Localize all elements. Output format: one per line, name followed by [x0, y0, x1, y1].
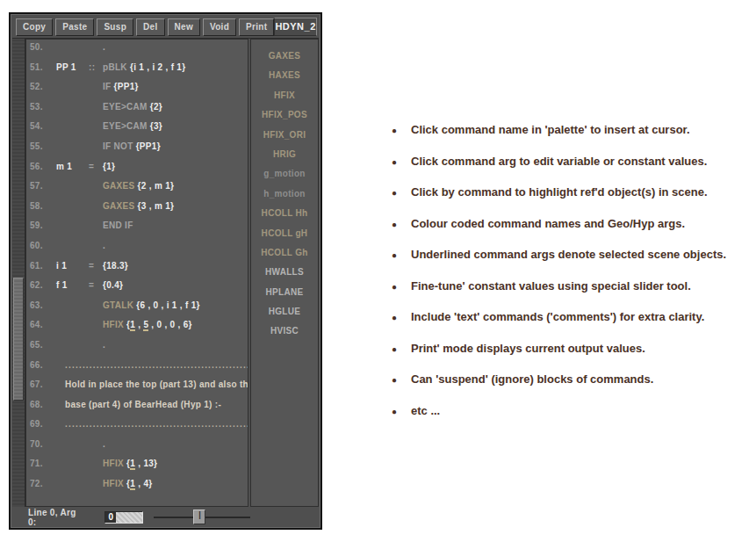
command-args[interactable]: , 4} [135, 479, 152, 488]
hdyn-editor-window: CopyPasteSuspDelNewVoidPrint HDYN_2 50..… [9, 12, 322, 530]
command-args[interactable]: {i 1 , i 2 , f 1} [130, 62, 185, 72]
palette-item-hfix-pos[interactable]: HFIX_POS [251, 110, 318, 129]
line-number[interactable]: 53. [30, 102, 56, 112]
line-number[interactable]: 66. [30, 360, 56, 370]
command-args[interactable]: {6 , 0 , i 1 , f 1} [136, 300, 199, 310]
vertical-scrollbar[interactable] [12, 39, 25, 507]
line-number[interactable]: 54. [30, 121, 56, 131]
empty-line-dot: . [103, 439, 105, 449]
command-args[interactable]: {1} [103, 162, 115, 171]
command-args[interactable]: {3 , m 1} [138, 201, 175, 211]
arg-value-input[interactable]: 0 [104, 511, 143, 524]
command-args[interactable]: , [135, 320, 143, 329]
line-number[interactable]: 56. [30, 162, 56, 171]
palette-item-hplane[interactable]: HPLANE [251, 287, 318, 307]
note-item: ●Include 'text' commands ('comments') fo… [392, 310, 752, 323]
line-number[interactable]: 63. [30, 300, 56, 310]
command-name[interactable]: EYE>CAM [103, 121, 150, 131]
toolbar-button-paste[interactable]: Paste [55, 18, 94, 36]
command-args[interactable]: , 0 , 0 , 6} [148, 320, 191, 329]
palette-item-haxes[interactable]: HAXES [251, 70, 318, 90]
line-number[interactable]: 72. [30, 479, 56, 488]
command-args[interactable]: {2 , m 1} [138, 181, 175, 191]
line-number[interactable]: 64. [30, 320, 56, 329]
command-name[interactable]: GAXES [103, 181, 138, 191]
command-name[interactable]: EYE>CAM [103, 102, 150, 112]
palette-item-gaxes[interactable]: GAXES [251, 51, 318, 70]
var-name[interactable]: m 1 [56, 162, 89, 171]
line-number[interactable]: 51. [30, 62, 56, 72]
palette-item-hglue[interactable]: HGLUE [251, 307, 318, 326]
palette-item-hfix-ori[interactable]: HFIX_ORI [251, 130, 318, 149]
command-name[interactable]: IF [103, 82, 114, 91]
scrollbar-thumb[interactable] [13, 278, 24, 401]
command-args[interactable]: {PP1} [136, 141, 161, 151]
toolbar-button-copy[interactable]: Copy [16, 18, 53, 36]
palette-item-g-motion[interactable]: g_motion [251, 169, 318, 188]
command-name[interactable]: END IF [103, 220, 133, 230]
command-name[interactable]: HFIX [103, 479, 126, 488]
line-number[interactable]: 62. [30, 280, 56, 290]
palette-item-hcoll-gh[interactable]: HCOLL gH [251, 228, 318, 248]
command-args[interactable]: {2} [150, 102, 162, 112]
value-slider[interactable]: | [154, 509, 250, 524]
var-name[interactable]: i 1 [56, 261, 89, 271]
palette-item-hwalls[interactable]: HWALLS [251, 267, 318, 286]
line-number[interactable]: 68. [30, 400, 56, 409]
line-number[interactable]: 55. [30, 141, 56, 151]
screenshot-root: CopyPasteSuspDelNewVoidPrint HDYN_2 50..… [0, 0, 756, 542]
line-body: GAXES {2 , m 1} [103, 181, 174, 191]
line-number[interactable]: 70. [30, 439, 56, 449]
line-number[interactable]: 57. [30, 181, 56, 191]
palette-item-hrig[interactable]: HRIG [251, 149, 318, 169]
var-name[interactable]: f 1 [56, 280, 89, 290]
palette-item-hcoll-gh[interactable]: HCOLL Gh [251, 248, 318, 267]
command-args[interactable]: {PP1} [114, 82, 139, 91]
command-name[interactable]: HFIX [103, 459, 126, 468]
command-name[interactable]: IF NOT [103, 141, 136, 151]
palette-item-hvisc[interactable]: HVISC [251, 326, 318, 345]
palette-item-hfix[interactable]: HFIX [251, 90, 318, 110]
toolbar-button-print[interactable]: Print [239, 18, 274, 36]
note-text: etc ... [411, 404, 440, 417]
toolbar-button-new[interactable]: New [168, 18, 200, 36]
code-line-51: 51.PP 1::pBLK {i 1 , i 2 , f 1} [30, 62, 248, 83]
line-number[interactable]: 60. [30, 241, 56, 250]
command-name[interactable]: HFIX [103, 320, 126, 329]
line-number[interactable]: 58. [30, 201, 56, 211]
line-number[interactable]: 61. [30, 261, 56, 271]
line-number[interactable]: 67. [30, 379, 56, 389]
line-number[interactable]: 65. [30, 340, 56, 350]
line-number[interactable]: 52. [30, 82, 56, 91]
palette-item-h-motion[interactable]: h_motion [251, 189, 318, 208]
line-body: GTALK {6 , 0 , i 1 , f 1} [103, 300, 200, 310]
line-body: . [103, 340, 105, 350]
toolbar-button-void[interactable]: Void [203, 18, 236, 36]
command-name[interactable]: GAXES [103, 201, 138, 211]
palette-item-hcoll-hh[interactable]: HCOLL Hh [251, 208, 318, 228]
command-args[interactable]: {18.3} [103, 261, 128, 271]
comment-text[interactable]: Hold in place the top (part 13) and also… [65, 379, 248, 389]
comment-text[interactable]: base (part 4) of BearHead (Hyp 1) :- [65, 400, 221, 409]
line-number[interactable]: 59. [30, 220, 56, 230]
command-args[interactable]: {0.4} [103, 280, 123, 290]
command-name[interactable]: GTALK [103, 300, 136, 310]
command-name[interactable]: pBLK [103, 62, 130, 72]
var-name[interactable]: PP 1 [56, 62, 89, 72]
line-number[interactable]: 50. [30, 42, 56, 52]
command-args[interactable]: {3} [150, 121, 162, 131]
slider-thumb[interactable]: | [193, 509, 205, 524]
line-body: HFIX {1 , 5 , 0 , 0 , 6} [103, 320, 192, 331]
toolbar-button-susp[interactable]: Susp [97, 18, 133, 36]
code-line-54: 54.EYE>CAM {3} [30, 121, 248, 141]
line-body: {1} [103, 162, 115, 171]
command-args[interactable]: , 13} [135, 459, 157, 468]
note-text: Click command arg to edit variable or co… [411, 155, 707, 168]
bullet-icon: ● [392, 250, 411, 260]
note-text: Fine-tune' constant values using special… [411, 279, 691, 293]
line-number[interactable]: 71. [30, 459, 56, 468]
line-number[interactable]: 69. [30, 419, 56, 429]
note-item: ●Can 'suspend' (ignore) blocks of comman… [392, 372, 752, 386]
toolbar-button-del[interactable]: Del [136, 18, 164, 36]
code-line-63: 63.GTALK {6 , 0 , i 1 , f 1} [30, 300, 248, 321]
